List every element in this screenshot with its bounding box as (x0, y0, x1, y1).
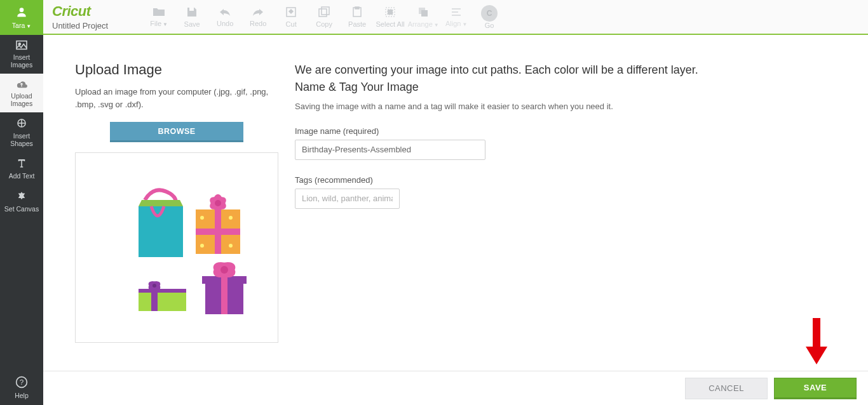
paste-icon (351, 6, 363, 19)
upload-panel: Upload Image Upload an image from your c… (75, 62, 278, 343)
nametag-heading: Name & Tag Your Image (295, 81, 836, 94)
tool-label: Undo (217, 20, 233, 27)
svg-point-41 (220, 266, 228, 274)
undo-icon (219, 7, 231, 18)
tool-redo[interactable]: Redo (241, 5, 275, 29)
shapes-icon (16, 117, 27, 130)
sidebar-user-label: Tara (12, 22, 25, 29)
toolbar: File▼ Save Undo Redo Cut Copy Paste Sele… (142, 5, 506, 29)
go-icon: C (481, 5, 498, 22)
svg-point-25 (229, 244, 233, 248)
align-icon (451, 7, 462, 18)
tool-cut[interactable]: Cut (275, 5, 308, 29)
sidebar-set-canvas[interactable]: Set Canvas (0, 185, 43, 218)
svg-rect-7 (319, 9, 327, 17)
preview-artwork (104, 175, 250, 321)
sidebar-label: Upload Images (11, 93, 32, 107)
copy-icon (318, 6, 330, 19)
svg-point-23 (229, 216, 233, 220)
tool-selectall[interactable]: Select All (374, 5, 407, 29)
save-button[interactable]: SAVE (774, 378, 857, 399)
sidebar: Tara▼ Insert Images Upload Images Insert… (0, 0, 43, 405)
convert-heading: We are converting your image into cut pa… (295, 62, 836, 79)
nametag-subtext: Saving the image with a name and a tag w… (295, 102, 836, 111)
tool-label: Align (445, 20, 461, 27)
sidebar-help[interactable]: ? Help (0, 371, 43, 405)
tool-align[interactable]: Align▼ (440, 5, 473, 29)
sidebar-upload-images[interactable]: Upload Images (0, 74, 43, 112)
cloud-upload-icon (15, 79, 29, 90)
caret-icon: ▼ (26, 23, 31, 29)
tool-label: Select All (376, 20, 405, 28)
tool-save[interactable]: Save (175, 5, 208, 29)
svg-text:?: ? (20, 378, 24, 387)
cut-icon (285, 6, 297, 19)
tool-paste[interactable]: Paste (341, 5, 374, 29)
svg-rect-38 (221, 276, 227, 314)
svg-point-22 (200, 216, 204, 220)
topbar: Cricut Untitled Project File▼ Save Undo … (43, 0, 868, 35)
tool-label: Paste (348, 20, 366, 28)
sidebar-insert-shapes[interactable]: Insert Shapes (0, 112, 43, 152)
svg-rect-12 (388, 10, 393, 15)
svg-point-24 (200, 244, 204, 248)
project-title: Untitled Project (52, 21, 108, 30)
svg-rect-8 (322, 7, 329, 15)
svg-point-0 (20, 8, 24, 12)
svg-rect-14 (421, 10, 428, 17)
user-icon (15, 6, 28, 20)
tool-label: Save (184, 20, 200, 28)
canvas-icon (15, 190, 28, 203)
sidebar-label: Help (15, 392, 29, 400)
upload-title: Upload Image (75, 62, 278, 78)
image-icon (15, 40, 28, 51)
sidebar-label: Insert Shapes (10, 133, 33, 147)
image-name-input[interactable] (295, 140, 485, 160)
image-preview (75, 152, 278, 343)
svg-rect-32 (151, 289, 158, 311)
tags-input[interactable] (295, 189, 400, 209)
folder-icon (153, 7, 165, 18)
cancel-button[interactable]: CANCEL (685, 378, 768, 399)
tool-label: Go (485, 22, 494, 29)
tool-label: Redo (250, 20, 266, 27)
sidebar-add-text[interactable]: Add Text (0, 152, 43, 185)
upload-desc: Upload an image from your computer (.jpg… (75, 86, 278, 110)
tool-go[interactable]: CGo (473, 5, 506, 29)
tool-label: Arrange (408, 20, 433, 28)
tool-label: Cut (286, 20, 297, 28)
sidebar-label: Set Canvas (4, 206, 39, 213)
selectall-icon (384, 6, 396, 19)
arrange-icon (417, 6, 429, 19)
sidebar-label: Insert Images (11, 54, 32, 69)
svg-rect-31 (139, 289, 186, 293)
tool-copy[interactable]: Copy (308, 5, 341, 29)
sidebar-user[interactable]: Tara▼ (0, 0, 43, 35)
tool-arrange[interactable]: Arrange▼ (407, 5, 440, 29)
svg-rect-17 (452, 15, 461, 16)
svg-point-35 (153, 284, 156, 288)
brand-logo: Cricut (52, 3, 108, 20)
sidebar-insert-images[interactable]: Insert Images (0, 35, 43, 74)
sidebar-label: Add Text (9, 173, 35, 180)
tool-undo[interactable]: Undo (208, 5, 241, 29)
svg-rect-21 (215, 209, 221, 254)
text-icon (15, 157, 28, 170)
tool-label: File (150, 20, 161, 27)
footer: CANCEL SAVE (43, 371, 868, 405)
brand: Cricut Untitled Project (43, 3, 117, 30)
redo-icon (252, 7, 264, 18)
svg-rect-16 (452, 11, 458, 13)
image-name-label: Image name (required) (295, 126, 836, 136)
svg-point-2 (18, 43, 20, 45)
svg-rect-15 (452, 8, 461, 10)
name-tag-panel: We are converting your image into cut pa… (295, 62, 836, 343)
help-icon: ? (15, 376, 28, 390)
tool-file[interactable]: File▼ (142, 5, 175, 29)
svg-point-29 (215, 200, 221, 206)
save-icon (186, 6, 198, 19)
svg-rect-10 (355, 7, 359, 9)
browse-button[interactable]: BROWSE (110, 122, 243, 142)
svg-rect-1 (17, 41, 27, 50)
tool-label: Copy (316, 20, 332, 28)
